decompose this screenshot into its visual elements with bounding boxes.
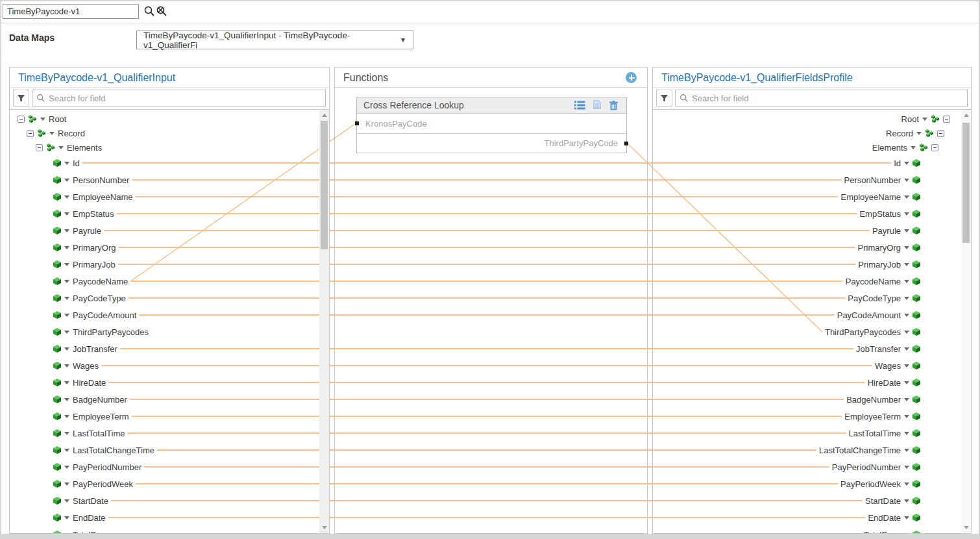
chevron-down-icon[interactable] [64, 449, 69, 452]
tree-field-row[interactable]: EndDate [10, 509, 329, 526]
collapse-icon[interactable] [931, 144, 938, 151]
tree-field-row[interactable]: EndDate [653, 509, 971, 526]
target-tree-scrollbar[interactable] [961, 110, 971, 533]
chevron-down-icon[interactable] [64, 432, 69, 435]
function-box[interactable]: Cross Reference Lookup [356, 97, 627, 153]
source-field-search-input[interactable] [49, 94, 321, 103]
tree-field-row[interactable]: EmpStatus [10, 205, 329, 222]
chevron-down-icon[interactable] [904, 195, 909, 199]
function-output-row[interactable]: ThirdPartyPayCode [357, 133, 626, 153]
function-input-row[interactable]: KronosPayCode [357, 114, 626, 133]
chevron-down-icon[interactable] [904, 212, 909, 216]
chevron-down-icon[interactable] [904, 246, 909, 249]
function-configure-icon[interactable] [573, 99, 586, 111]
chevron-down-icon[interactable] [922, 118, 927, 121]
chevron-down-icon[interactable] [64, 415, 69, 418]
filter-button[interactable] [656, 90, 672, 107]
chevron-down-icon[interactable] [64, 381, 69, 384]
tree-field-row[interactable]: PrimaryJob [653, 256, 971, 273]
chevron-down-icon[interactable] [64, 297, 69, 300]
tree-field-row[interactable]: Wages [653, 357, 971, 374]
tree-field-row[interactable]: PayCodeAmount [10, 307, 329, 323]
chevron-down-icon[interactable] [64, 533, 69, 534]
filter-button[interactable] [13, 90, 29, 107]
chevron-down-icon[interactable] [904, 381, 909, 384]
tree-field-row[interactable]: JobTransfer [10, 340, 329, 357]
scroll-down-icon[interactable] [961, 523, 971, 533]
function-copy-icon[interactable] [590, 99, 603, 111]
tree-field-row[interactable]: EmployeeTerm [10, 408, 329, 425]
scroll-up-icon[interactable] [961, 110, 971, 120]
tree-field-row[interactable]: EmpStatus [653, 205, 971, 222]
chevron-down-icon[interactable] [904, 364, 909, 368]
tree-field-row[interactable]: PersonNumber [653, 171, 971, 188]
function-output-connector[interactable] [624, 142, 628, 145]
chevron-down-icon[interactable] [904, 533, 909, 534]
chevron-down-icon[interactable] [64, 246, 69, 249]
chevron-down-icon[interactable] [64, 179, 69, 182]
tree-field-row[interactable]: PrimaryJob [10, 256, 329, 273]
add-function-icon[interactable] [626, 72, 637, 83]
source-tree-scrollbar[interactable] [319, 110, 329, 533]
chevron-down-icon[interactable] [64, 263, 69, 266]
tree-field-row[interactable]: ThirdPartyPaycodes [653, 323, 971, 340]
collapse-icon[interactable] [36, 144, 43, 151]
chevron-down-icon[interactable] [64, 516, 69, 520]
tree-field-row[interactable]: Wages [10, 357, 329, 374]
tree-field-row[interactable]: Payrule [653, 222, 971, 239]
tree-field-row[interactable]: PersonNumber [10, 171, 329, 188]
tree-field-row[interactable]: TotalDays [10, 526, 329, 533]
collapse-icon[interactable] [27, 130, 34, 137]
chevron-down-icon[interactable] [64, 212, 69, 216]
tree-field-row[interactable]: TotalDays [653, 526, 971, 533]
tree-field-row[interactable]: PayPeriodNumber [10, 458, 329, 475]
chevron-down-icon[interactable] [64, 195, 69, 199]
chevron-down-icon[interactable] [64, 347, 69, 351]
scrollbar-thumb[interactable] [962, 123, 970, 243]
tree-field-row[interactable]: BadgeNumber [653, 391, 971, 408]
chevron-down-icon[interactable] [64, 398, 69, 401]
chevron-down-icon[interactable] [49, 132, 55, 135]
collapse-icon[interactable] [943, 116, 950, 123]
chevron-down-icon[interactable] [904, 398, 909, 401]
tree-field-row[interactable]: Payrule [10, 222, 329, 239]
chevron-down-icon[interactable] [58, 146, 64, 149]
tree-field-row[interactable]: LastTotalChangeTime [10, 442, 329, 458]
chevron-down-icon[interactable] [904, 229, 909, 232]
chevron-down-icon[interactable] [64, 331, 69, 334]
tree-field-row[interactable]: PayCodeAmount [653, 307, 971, 323]
tree-field-row[interactable]: PrimaryOrg [10, 239, 329, 256]
chevron-down-icon[interactable] [64, 483, 69, 486]
tree-group-row[interactable]: Root [10, 112, 329, 126]
tree-field-row[interactable]: PayPeriodWeek [10, 475, 329, 492]
tree-field-row[interactable]: BadgeNumber [10, 391, 329, 408]
tree-field-row[interactable]: StartDate [653, 492, 971, 509]
target-field-search-input[interactable] [692, 94, 963, 103]
tree-field-row[interactable]: PayCodeType [653, 290, 971, 307]
chevron-down-icon[interactable] [64, 499, 69, 503]
chevron-down-icon[interactable] [916, 132, 922, 135]
tree-group-row[interactable]: Root [653, 112, 971, 126]
scrollbar-thumb[interactable] [321, 121, 328, 249]
chevron-down-icon[interactable] [904, 516, 909, 520]
collapse-icon[interactable] [18, 116, 25, 123]
chevron-down-icon[interactable] [904, 162, 909, 165]
search-icon[interactable] [143, 5, 155, 17]
tree-field-row[interactable]: LastTotalTime [653, 425, 971, 442]
chevron-down-icon[interactable] [904, 449, 909, 452]
tree-field-row[interactable]: Id [653, 155, 971, 171]
chevron-down-icon[interactable] [64, 364, 69, 368]
tree-field-row[interactable]: HireDate [10, 374, 329, 391]
tree-group-row[interactable]: Record [653, 126, 971, 140]
tree-field-row[interactable]: PaycodeName [653, 273, 971, 290]
chevron-down-icon[interactable] [904, 314, 909, 317]
tree-field-row[interactable]: PrimaryOrg [653, 239, 971, 256]
chevron-down-icon[interactable] [904, 263, 909, 266]
chevron-down-icon[interactable] [904, 415, 909, 418]
tree-field-row[interactable]: Id [10, 155, 329, 171]
chevron-down-icon[interactable] [904, 331, 909, 334]
scroll-up-icon[interactable] [319, 110, 329, 120]
function-delete-icon[interactable] [607, 99, 620, 111]
chevron-down-icon[interactable] [904, 499, 909, 503]
chevron-down-icon[interactable] [64, 314, 69, 317]
